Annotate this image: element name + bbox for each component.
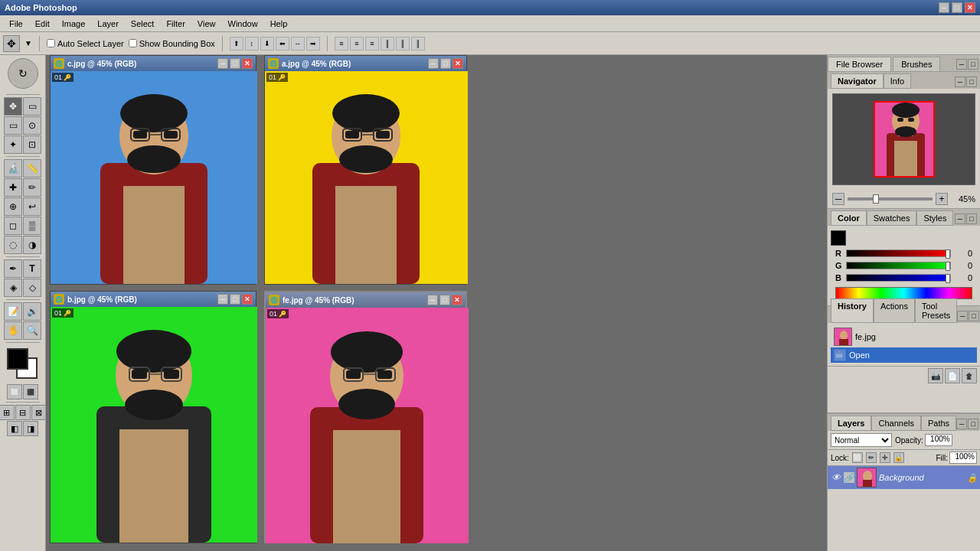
tab-info[interactable]: Info (884, 73, 911, 89)
standard-mode[interactable]: ⬛ (23, 384, 38, 399)
auto-select-layer-checkbox[interactable]: Auto Select Layer (47, 39, 124, 48)
auto-select-checkbox[interactable] (47, 39, 55, 47)
pen-tool[interactable]: ✒ (4, 259, 22, 278)
lock-transparency-btn[interactable]: ⬜ (852, 452, 863, 463)
r-slider[interactable] (846, 249, 951, 257)
tab-tool-presets[interactable]: Tool Presets (915, 298, 957, 323)
dist-bottom-icon[interactable]: ≡ (365, 37, 379, 51)
move-tool-option[interactable]: ✥ (3, 35, 20, 52)
dodge-tool[interactable]: ◑ (23, 236, 41, 254)
dist-hcenter-icon[interactable]: ║ (396, 37, 410, 51)
opacity-input[interactable]: 100% (925, 434, 952, 446)
nav-expand-btn[interactable]: □ (966, 77, 977, 87)
lock-paint-btn[interactable]: ✏ (866, 452, 877, 463)
g-slider[interactable] (846, 262, 951, 269)
tab-swatches[interactable]: Swatches (867, 210, 917, 226)
audio-tool[interactable]: 🔊 (23, 302, 41, 321)
doc-fe-titlebar[interactable]: 🌐 fe.jpg @ 45% (RGB) ─ □ ✕ (266, 292, 466, 308)
tab-paths[interactable]: Paths (921, 416, 956, 431)
history-brush-tool[interactable]: ↩ (23, 197, 41, 216)
zoom-in-btn[interactable]: + (936, 193, 948, 205)
lock-position-btn[interactable]: ✛ (880, 452, 890, 463)
tab-actions[interactable]: Actions (874, 298, 915, 323)
dist-right-icon[interactable]: ║ (411, 37, 425, 51)
bounding-box-checkbox[interactable] (129, 39, 137, 47)
r-slider-handle[interactable] (946, 249, 950, 259)
show-bounding-box-checkbox[interactable]: Show Bounding Box (129, 39, 215, 48)
history-collapse-btn[interactable]: ─ (957, 311, 968, 321)
lasso-tool[interactable]: ⊙ (23, 116, 41, 135)
clone-stamp-tool[interactable]: ⊕ (4, 197, 22, 216)
magic-wand-tool[interactable]: ✦ (4, 135, 22, 154)
history-new-doc-btn[interactable]: 📄 (945, 368, 960, 383)
action-btn[interactable]: ◨ (23, 421, 38, 436)
ruler-tool[interactable]: 📏 (23, 159, 41, 178)
dist-vcenter-icon[interactable]: ≡ (350, 37, 364, 51)
doc-b-minimize[interactable]: ─ (217, 294, 228, 305)
full-screen-menu-btn[interactable]: ⊠ (31, 405, 47, 420)
zoom-slider[interactable] (848, 197, 933, 201)
text-tool[interactable]: T (23, 259, 41, 278)
color-spectrum[interactable] (835, 287, 972, 299)
heal-tool[interactable]: ✚ (4, 178, 22, 197)
brush-tool[interactable]: ✏ (23, 178, 41, 197)
gradient-tool[interactable]: ▒ (23, 217, 41, 235)
doc-b-titlebar[interactable]: 🌐 b.jpg @ 45% (RGB) ─ □ ✕ (51, 292, 256, 307)
doc-a-titlebar[interactable]: 🌐 a.jpg @ 45% (RGB) ─ □ ✕ (265, 56, 466, 71)
zoom-tool[interactable]: 🔍 (23, 321, 41, 340)
layer-background-row[interactable]: 👁 🔗 Background 🔒 (828, 466, 980, 489)
close-button[interactable]: ✕ (965, 2, 975, 13)
menu-help[interactable]: Help (264, 18, 294, 30)
minimize-button[interactable]: ─ (939, 2, 949, 13)
doc-a-close[interactable]: ✕ (452, 58, 463, 69)
crop-tool[interactable]: ⊡ (23, 135, 41, 154)
b-slider[interactable] (846, 274, 951, 282)
artboard-tool[interactable]: ▭ (23, 97, 41, 116)
g-slider-handle[interactable] (946, 262, 950, 271)
doc-c-minimize[interactable]: ─ (217, 58, 228, 69)
layer-visibility-btn[interactable]: 👁 (831, 472, 841, 483)
doc-fe-minimize[interactable]: ─ (427, 295, 438, 305)
doc-b-maximize[interactable]: □ (230, 294, 240, 305)
color-expand-btn[interactable]: □ (966, 214, 977, 224)
dist-top-icon[interactable]: ≡ (335, 37, 348, 51)
align-vcenter-icon[interactable]: ↕ (245, 37, 259, 51)
doc-fe-close[interactable]: ✕ (452, 295, 462, 305)
blend-mode-select[interactable]: Normal Dissolve Multiply Screen Overlay (831, 433, 892, 447)
blur-tool[interactable]: ◌ (4, 236, 22, 254)
menu-filter[interactable]: Filter (160, 18, 191, 30)
layers-collapse-btn[interactable]: ─ (956, 419, 967, 429)
history-expand-btn[interactable]: □ (969, 311, 979, 321)
shape-tool[interactable]: ◇ (23, 279, 41, 297)
doc-c-maximize[interactable]: □ (230, 58, 240, 69)
fill-input[interactable]: 100% (949, 452, 977, 464)
marquee-tool[interactable]: ▭ (4, 116, 22, 135)
tab-layers[interactable]: Layers (831, 416, 871, 431)
panel-expand-btn[interactable]: □ (968, 59, 978, 70)
history-delete-btn[interactable]: 🗑 (962, 368, 977, 383)
doc-b-close[interactable]: ✕ (242, 294, 253, 305)
notes-tool[interactable]: 📝 (4, 302, 22, 321)
panel-minimize-btn[interactable]: ─ (956, 59, 967, 70)
history-open-item[interactable]: Open (831, 347, 977, 363)
dist-left-icon[interactable]: ║ (381, 37, 394, 51)
menu-select[interactable]: Select (125, 18, 161, 30)
fg-color-box[interactable] (831, 230, 846, 246)
align-bottom-icon[interactable]: ⬇ (260, 37, 274, 51)
layers-expand-btn[interactable]: □ (968, 419, 978, 429)
quick-mask-btn[interactable]: ◧ (7, 421, 22, 436)
lock-all-btn[interactable]: 🔒 (893, 452, 904, 463)
foreground-color-swatch[interactable] (7, 348, 28, 370)
doc-c-titlebar[interactable]: 🌐 c.jpg @ 45% (RGB) ─ □ ✕ (51, 56, 256, 71)
menu-window[interactable]: Window (222, 18, 264, 30)
color-collapse-btn[interactable]: ─ (955, 214, 965, 224)
history-new-snapshot-btn[interactable]: 📷 (928, 368, 943, 383)
align-top-icon[interactable]: ⬆ (230, 37, 243, 51)
doc-a-minimize[interactable]: ─ (428, 58, 439, 69)
full-screen-btn[interactable]: ⊟ (15, 405, 31, 420)
doc-a-maximize[interactable]: □ (440, 58, 451, 69)
tab-history[interactable]: History (831, 298, 874, 323)
nav-collapse-btn[interactable]: ─ (955, 77, 965, 87)
tab-color[interactable]: Color (831, 210, 867, 226)
tab-styles[interactable]: Styles (916, 210, 953, 226)
